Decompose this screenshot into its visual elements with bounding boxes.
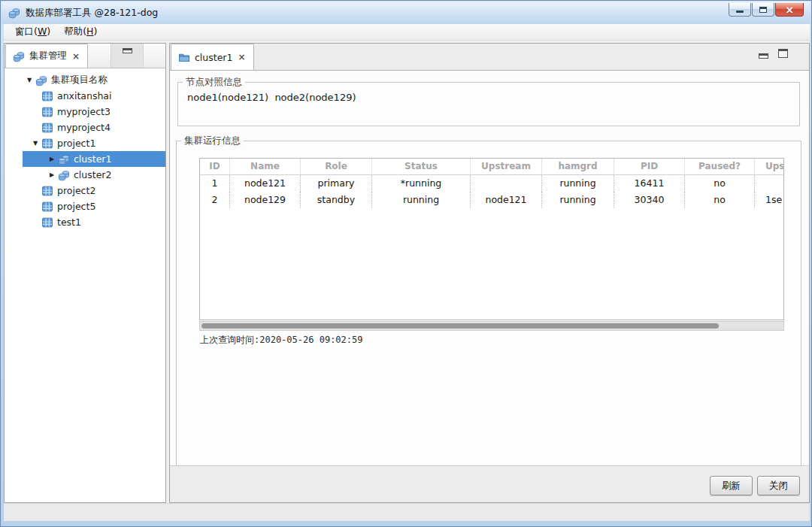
tab-cluster-management[interactable]: 集群管理 × bbox=[5, 44, 88, 68]
scrollbar-thumb[interactable] bbox=[201, 323, 719, 329]
app-window: 数据库部署工具 @28-121-dog × 窗口(W) 帮助(H) 集群管理 × bbox=[0, 0, 812, 527]
cell-pid: 30340 bbox=[614, 192, 685, 208]
tree-item-cluster1[interactable]: ▶ cluster1 bbox=[23, 151, 165, 167]
editor-toolbar bbox=[759, 49, 788, 59]
table-header-row: ID Name Role Status Upstream hamgrd PID … bbox=[200, 159, 784, 175]
menubar: 窗口(W) 帮助(H) bbox=[4, 24, 810, 41]
project-grid-icon bbox=[41, 217, 53, 229]
cell-status: running bbox=[372, 192, 471, 208]
left-tab-row: 集群管理 × bbox=[5, 44, 165, 68]
tree-item-myproject3[interactable]: myproject3 bbox=[5, 104, 165, 120]
maximize-editor-icon[interactable] bbox=[778, 49, 788, 58]
node-mapping-text: node1(node121) node2(node129) bbox=[187, 92, 356, 103]
tab-close-icon[interactable]: × bbox=[237, 53, 246, 62]
column-header[interactable]: Role bbox=[301, 159, 372, 175]
cell-status: *running bbox=[372, 175, 471, 192]
tree-item-project1[interactable]: ▼ project1 bbox=[5, 135, 165, 151]
titlebar[interactable]: 数据库部署工具 @28-121-dog × bbox=[2, 2, 810, 24]
column-header[interactable]: hamgrd bbox=[542, 159, 614, 175]
cluster-status-table[interactable]: ID Name Role Status Upstream hamgrd PID … bbox=[199, 158, 784, 320]
cell-upstream2 bbox=[755, 175, 784, 192]
cluster-management-view: 集群管理 × ▼ 集群项目名称 anxitanshai bbox=[4, 43, 166, 503]
status-bar bbox=[4, 503, 810, 521]
tree-item-myproject4[interactable]: myproject4 bbox=[5, 120, 165, 135]
project-grid-icon bbox=[41, 185, 53, 197]
project-grid-icon bbox=[41, 106, 53, 118]
cell-hamgrd: running bbox=[542, 192, 614, 208]
column-header[interactable]: Status bbox=[372, 159, 471, 175]
group-title: 节点对照信息 bbox=[183, 76, 245, 89]
tab-label: cluster1 bbox=[195, 52, 232, 63]
cell-upstream bbox=[471, 175, 542, 192]
minimize-view-icon[interactable] bbox=[123, 48, 132, 53]
column-header[interactable]: Upstream bbox=[471, 159, 542, 175]
cell-hamgrd: running bbox=[542, 175, 614, 192]
cell-name: node129 bbox=[230, 192, 301, 208]
project-grid-icon bbox=[41, 122, 53, 134]
column-header[interactable]: ID bbox=[200, 159, 230, 175]
window-close-button[interactable]: × bbox=[775, 3, 804, 17]
minimize-editor-icon[interactable] bbox=[759, 53, 768, 59]
editor-panel: cluster1 × 节点对照信息 node1(node121) node2(n… bbox=[169, 43, 810, 503]
cell-role: standby bbox=[301, 192, 372, 208]
expand-arrow-icon[interactable]: ▼ bbox=[24, 72, 35, 88]
menu-window[interactable]: 窗口(W) bbox=[8, 24, 57, 40]
menu-help[interactable]: 帮助(H) bbox=[57, 24, 104, 40]
cell-paused: no bbox=[685, 175, 755, 192]
close-icon: × bbox=[785, 5, 794, 15]
cell-paused: no bbox=[685, 192, 755, 208]
expand-arrow-icon[interactable]: ▶ bbox=[47, 167, 57, 183]
group-title: 集群运行信息 bbox=[181, 135, 244, 147]
editor-tab-row: cluster1 × bbox=[170, 44, 809, 71]
window-maximize-button[interactable] bbox=[752, 3, 774, 17]
app-body: 窗口(W) 帮助(H) 集群管理 × ▼ 集群项目名称 bbox=[4, 24, 810, 521]
view-toolbar bbox=[111, 44, 144, 68]
table-horizontal-scrollbar[interactable] bbox=[199, 321, 784, 331]
open-folder-icon bbox=[178, 51, 190, 63]
close-button[interactable]: 关闭 bbox=[757, 476, 800, 495]
project-grid-icon bbox=[41, 138, 53, 150]
project-tree: ▼ 集群项目名称 anxitanshai myproject3 bbox=[5, 68, 165, 230]
tree-item-anxitanshai[interactable]: anxitanshai bbox=[5, 88, 165, 104]
window-controls: × bbox=[729, 3, 804, 17]
node-info-group: 节点对照信息 node1(node121) node2(node129) bbox=[177, 82, 800, 126]
tab-label: 集群管理 bbox=[29, 50, 67, 62]
window-title: 数据库部署工具 @28-121-dog bbox=[26, 7, 158, 20]
minimize-icon bbox=[736, 11, 744, 13]
cluster-run-group: 集群运行信息 ID Name Role Status Upstream hamg… bbox=[176, 141, 801, 466]
tab-close-icon[interactable]: × bbox=[71, 52, 80, 61]
table-row[interactable]: 1 node121 primary *running running 16411… bbox=[200, 175, 784, 192]
column-header[interactable]: PID bbox=[614, 159, 685, 175]
cell-id: 2 bbox=[200, 192, 230, 208]
project-grid-icon bbox=[41, 90, 53, 102]
expand-arrow-icon[interactable]: ▼ bbox=[30, 135, 41, 151]
tree-item-project2[interactable]: project2 bbox=[5, 183, 165, 198]
refresh-button[interactable]: 刷新 bbox=[710, 476, 753, 495]
column-header[interactable]: Upst bbox=[755, 159, 784, 175]
db-cluster-icon bbox=[58, 153, 70, 165]
tree-item-test1[interactable]: test1 bbox=[5, 214, 165, 230]
last-query-time: 上次查询时间:2020-05-26 09:02:59 bbox=[200, 334, 363, 347]
tree-item-project5[interactable]: project5 bbox=[5, 198, 165, 214]
cell-upstream2: 1se bbox=[755, 192, 784, 208]
cell-name: node121 bbox=[230, 175, 301, 192]
column-header[interactable]: Paused? bbox=[685, 159, 755, 175]
db-cluster-icon bbox=[13, 50, 25, 62]
app-icon bbox=[8, 7, 20, 19]
expand-arrow-icon[interactable]: ▶ bbox=[47, 151, 57, 167]
window-minimize-button[interactable] bbox=[729, 3, 751, 17]
project-grid-icon bbox=[41, 201, 53, 213]
table-row[interactable]: 2 node129 standby running node121 runnin… bbox=[200, 192, 784, 208]
db-cluster-icon bbox=[35, 74, 47, 86]
column-header[interactable]: Name bbox=[230, 159, 301, 175]
editor-content: 节点对照信息 node1(node121) node2(node129) 集群运… bbox=[170, 71, 809, 466]
tree-item-cluster-project-root[interactable]: ▼ 集群项目名称 bbox=[5, 72, 165, 88]
cell-upstream: node121 bbox=[471, 192, 542, 208]
cell-id: 1 bbox=[200, 175, 230, 192]
cell-pid: 16411 bbox=[614, 175, 685, 192]
tab-cluster1[interactable]: cluster1 × bbox=[171, 44, 254, 70]
cell-role: primary bbox=[301, 175, 372, 192]
tree-item-cluster2[interactable]: ▶ cluster2 bbox=[5, 167, 165, 183]
maximize-icon bbox=[759, 7, 767, 13]
db-cluster-icon bbox=[58, 169, 70, 181]
